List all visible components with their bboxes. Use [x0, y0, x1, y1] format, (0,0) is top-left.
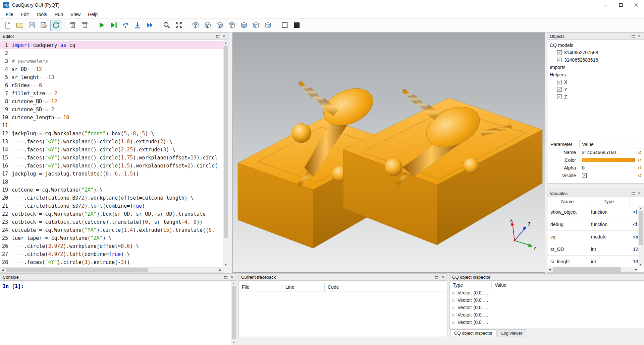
code-line[interactable]: 3# parameters	[0, 57, 223, 65]
view-left-button[interactable]	[250, 20, 261, 31]
code-line[interactable]: 12jackplug·=·cq.Workplane("front").box(5…	[0, 130, 223, 138]
fit-all-button[interactable]	[173, 20, 184, 31]
variables-hscroll-thumb[interactable]	[553, 267, 621, 272]
console-vscroll-thumb[interactable]	[232, 286, 236, 339]
property-value[interactable]	[580, 158, 636, 162]
code-line[interactable]: 17jackplug·=·jackplug.translate((0,·6,·1…	[0, 170, 223, 178]
reset-icon[interactable]: ↺	[636, 165, 644, 170]
traceback-float-icon[interactable]	[434, 274, 440, 280]
variables-close-icon[interactable]: ×	[636, 191, 642, 196]
objects-float-icon[interactable]	[630, 33, 636, 39]
inspector-row[interactable]: ▷Vector: (0.0, ...	[450, 304, 644, 311]
menu-view[interactable]: View	[67, 11, 84, 18]
tree-root-imports[interactable]: Imports	[547, 64, 644, 71]
editor-vscrollbar[interactable]: ▲ ▼	[223, 40, 228, 267]
code-line[interactable]: 11	[0, 122, 223, 130]
tree-item[interactable]: ✓Y	[547, 86, 644, 93]
property-value[interactable]: ✓	[580, 173, 636, 178]
editor-float-icon[interactable]	[215, 33, 221, 39]
expand-arrow-icon[interactable]: ▷	[451, 321, 455, 324]
code-line[interactable]: 16····.faces("<Y").workplane().circle(1.…	[0, 162, 223, 170]
editor-vscroll-thumb[interactable]	[224, 46, 228, 238]
debug-button[interactable]	[108, 20, 119, 31]
view-right-button[interactable]	[262, 20, 273, 31]
code-line[interactable]: 8cutcone_BD·=·12	[0, 97, 223, 106]
variable-row[interactable]: show_objectfunction<f	[547, 206, 644, 218]
menu-file[interactable]: File	[2, 11, 17, 18]
code-line[interactable]: 20····.circle(cutcone_BD/2).workplane(of…	[0, 194, 223, 202]
scroll-down-icon[interactable]: ▼	[231, 340, 236, 345]
properties-col-parameter[interactable]: Parameter	[547, 140, 580, 148]
tab-log-viewer[interactable]: Log viewer	[497, 329, 526, 337]
variables-vscrollbar[interactable]: ▲ ▼	[638, 206, 644, 267]
code-line[interactable]: 28····.faces("<Y").circle(3).extrude(-3)…	[0, 258, 223, 266]
code-line[interactable]: 14····.faces("<Y").workplane().circle(2.…	[0, 146, 223, 154]
console-float-icon[interactable]	[223, 274, 229, 280]
scroll-down-icon[interactable]: ▼	[223, 262, 228, 267]
view-top-button[interactable]	[226, 20, 237, 31]
continue-button[interactable]	[144, 20, 155, 31]
minimize-button[interactable]	[598, 0, 613, 10]
step-into-button[interactable]	[132, 20, 143, 31]
shaded-button[interactable]	[291, 20, 302, 31]
scroll-down-icon[interactable]: ▼	[638, 262, 643, 267]
menu-help[interactable]: Help	[84, 11, 101, 18]
delete-model-button[interactable]	[79, 20, 90, 31]
inspector-row[interactable]: ▷Vector: (0.0, ...	[450, 289, 644, 296]
inspector-row[interactable]: ▷Vector: (0.0, ...	[450, 319, 644, 326]
variables-hscrollbar[interactable]: ◀ ▶	[547, 267, 638, 272]
properties-col-value[interactable]: Value	[580, 142, 644, 147]
expand-arrow-icon[interactable]: ▷	[451, 298, 455, 302]
code-line[interactable]: 18	[0, 178, 223, 186]
code-line[interactable]: 22cutblock·=·cq.Workplane("ZX").box(sr_O…	[0, 210, 223, 218]
checkbox-icon[interactable]: ✓	[557, 87, 562, 92]
color-swatch[interactable]	[582, 158, 635, 162]
variables-vscroll-thumb[interactable]	[639, 211, 643, 245]
code-line[interactable]: 2	[0, 49, 223, 57]
variable-row[interactable]: sr_lenghtint13	[547, 256, 644, 268]
open-file-button[interactable]	[14, 20, 25, 31]
view-bottom-button[interactable]	[238, 20, 249, 31]
menu-edit[interactable]: Edit	[17, 11, 33, 18]
zoom-fit-button[interactable]	[161, 20, 172, 31]
view-back-button[interactable]	[214, 20, 225, 31]
expand-arrow-icon[interactable]: ▷	[451, 291, 455, 295]
wireframe-button[interactable]	[279, 20, 290, 31]
save-button[interactable]	[26, 20, 37, 31]
scroll-left-icon[interactable]: ◀	[0, 268, 5, 272]
inspector-row[interactable]: ▷Vector: (0.0, ...	[450, 296, 644, 304]
tab-cq-object-inspector[interactable]: CQ object inspector	[450, 329, 496, 337]
variable-row[interactable]: sr_ODint12	[547, 243, 644, 256]
view-iso-button[interactable]	[190, 20, 201, 31]
traceback-col-file[interactable]: File	[239, 283, 282, 291]
reset-icon[interactable]: ↺	[636, 150, 644, 155]
view-front-button[interactable]	[202, 20, 213, 31]
variables-col-type[interactable]: Type	[588, 197, 630, 206]
scroll-up-icon[interactable]: ▲	[223, 40, 228, 45]
code-line[interactable]: 7fillet_size·=·2	[0, 89, 223, 97]
editor-hscrollbar[interactable]: ◀ ▶	[0, 267, 223, 273]
variables-float-icon[interactable]	[630, 191, 636, 196]
code-line[interactable]: 10cutcone_length·=·10	[0, 114, 223, 122]
checkbox-icon[interactable]: ✓	[557, 80, 562, 84]
menu-tools[interactable]: Tools	[33, 11, 51, 18]
scroll-up-icon[interactable]: ▲	[231, 281, 236, 286]
code-line[interactable]: 1import·cadquery·as·cq	[0, 41, 223, 49]
code-line[interactable]: 15····.faces("<Y").workplane().circle(1.…	[0, 154, 223, 162]
tree-root-cq-models[interactable]: CQ models	[547, 42, 644, 49]
scroll-left-icon[interactable]: ◀	[547, 267, 552, 272]
maximize-button[interactable]	[613, 0, 629, 10]
console-area[interactable]: In [1]:	[0, 281, 231, 345]
checkbox-icon[interactable]: ✓	[557, 94, 562, 99]
code-line[interactable]: 5sr_lenght·=·13	[0, 73, 223, 81]
variable-row[interactable]: cqmodule<m	[547, 231, 644, 243]
variable-row[interactable]: debugfunction<f	[547, 218, 644, 231]
checkbox-icon[interactable]: ✓	[582, 173, 587, 178]
traceback-col-code[interactable]: Code	[325, 283, 447, 291]
traceback-col-line[interactable]: Line	[282, 283, 325, 291]
console-close-icon[interactable]: ×	[229, 274, 235, 280]
code-line[interactable]: 9cutcone_SD·=·2	[0, 106, 223, 114]
tree-root-helpers[interactable]: Helpers	[547, 71, 644, 78]
viewport-3d[interactable]: X Z Y	[232, 32, 545, 273]
expand-arrow-icon[interactable]: ▷	[451, 313, 455, 317]
